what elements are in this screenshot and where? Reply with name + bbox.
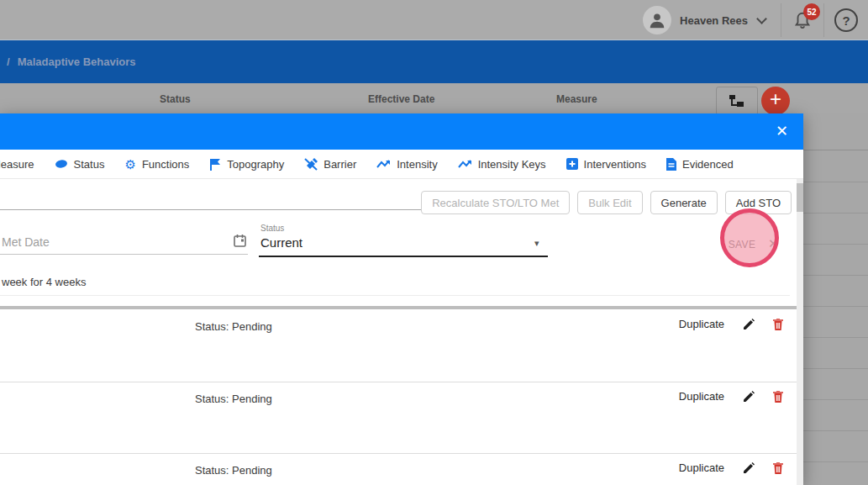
dialog-header: ✕ xyxy=(0,113,803,150)
tab-barrier[interactable]: Barrier xyxy=(304,158,356,171)
flag-icon xyxy=(209,158,221,171)
chevron-down-icon[interactable] xyxy=(756,13,767,24)
column-status: Status xyxy=(160,93,191,105)
add-box-icon xyxy=(566,158,578,170)
status-oval-icon xyxy=(55,159,68,169)
sto-status-text: Status: Pending xyxy=(195,393,272,405)
column-measure: Measure xyxy=(556,93,597,105)
tab-status[interactable]: Status xyxy=(55,158,105,171)
tab-label: Measure xyxy=(0,158,34,171)
tab-interventions[interactable]: Interventions xyxy=(566,158,646,171)
add-record-button[interactable]: + xyxy=(761,87,790,115)
breadcrumb-slash: / xyxy=(7,55,10,68)
plus-icon: + xyxy=(770,87,781,110)
gear-icon: ⚙ xyxy=(124,158,135,171)
duplicate-button[interactable]: Duplicate xyxy=(679,318,724,330)
help-button[interactable]: ? xyxy=(834,8,858,32)
question-icon: ? xyxy=(842,13,850,28)
tab-label: Intensity xyxy=(397,158,437,171)
divider xyxy=(823,3,824,37)
recalculate-button[interactable]: Recalculate STO/LTO Met xyxy=(421,191,570,214)
sto-row: Status: Pending Duplicate xyxy=(0,382,797,454)
scrollbar[interactable] xyxy=(797,179,803,485)
hierarchy-view-button[interactable] xyxy=(716,87,758,115)
generate-button[interactable]: Generate xyxy=(650,191,718,214)
dimmed-table-rows xyxy=(803,113,868,485)
status-select-underline xyxy=(259,256,548,257)
tab-label: Topography xyxy=(227,158,284,171)
person-icon xyxy=(648,11,666,29)
scrollbar-thumb[interactable] xyxy=(797,183,803,212)
delete-icon[interactable] xyxy=(773,319,783,330)
delete-icon[interactable] xyxy=(773,462,783,474)
edit-dialog: ✕ Measure Status ⚙ Functions Topography xyxy=(0,113,803,485)
tab-evidenced[interactable]: Evidenced xyxy=(666,158,734,171)
duplicate-button[interactable]: Duplicate xyxy=(679,390,724,403)
met-date-field[interactable]: Met Date xyxy=(2,235,50,249)
duplicate-button[interactable]: Duplicate xyxy=(679,461,724,474)
divider xyxy=(0,295,790,296)
tab-label: Status xyxy=(74,158,105,171)
caret-down-icon[interactable]: ▾ xyxy=(534,238,539,249)
add-sto-button[interactable]: Add STO xyxy=(725,191,792,214)
document-icon xyxy=(666,158,676,171)
tab-intensity-keys[interactable]: Intensity Keys xyxy=(458,158,546,171)
save-button[interactable]: SAVE xyxy=(719,232,765,256)
notifications-button[interactable]: 52 xyxy=(781,0,823,40)
tab-intensity[interactable]: Intensity xyxy=(376,158,437,171)
sto-row: Status: Pending Duplicate xyxy=(0,454,797,485)
edit-icon[interactable] xyxy=(743,319,755,330)
breadcrumb-current[interactable]: Maladaptive Behaviors xyxy=(18,55,136,68)
delete-icon[interactable] xyxy=(773,391,783,403)
close-icon[interactable]: ✕ xyxy=(776,122,788,140)
tab-measure[interactable]: Measure xyxy=(0,158,34,171)
tab-label: Interventions xyxy=(584,158,646,171)
tab-label: Intensity Keys xyxy=(478,158,546,171)
section-separator xyxy=(0,306,803,309)
status-select[interactable]: Current xyxy=(260,235,302,250)
bulk-edit-button[interactable]: Bulk Edit xyxy=(577,191,642,214)
trending-icon xyxy=(376,159,391,169)
sto-status-text: Status: Pending xyxy=(195,464,272,477)
user-avatar[interactable] xyxy=(643,6,671,34)
column-effective-date: Effective Date xyxy=(368,93,434,105)
dialog-tabs: Measure Status ⚙ Functions Topography xyxy=(0,150,803,179)
edit-icon[interactable] xyxy=(743,462,755,474)
edit-icon[interactable] xyxy=(743,391,755,403)
top-app-bar: Heaven Rees 52 ? xyxy=(0,0,868,40)
tab-label: Evidenced xyxy=(682,158,734,171)
breadcrumb: / Maladaptive Behaviors xyxy=(7,55,136,68)
cancel-icon[interactable]: ✕ xyxy=(768,236,779,251)
status-field-label: Status xyxy=(260,224,284,233)
met-date-underline xyxy=(0,254,248,255)
sto-status-text: Status: Pending xyxy=(195,320,272,333)
trending-icon xyxy=(458,159,472,169)
tab-functions[interactable]: ⚙ Functions xyxy=(124,158,189,171)
tab-topography[interactable]: Topography xyxy=(209,158,284,171)
user-name[interactable]: Heaven Rees xyxy=(680,14,748,27)
hierarchy-icon xyxy=(729,93,745,108)
sto-row: Status: Pending Duplicate xyxy=(0,310,797,382)
goal-criteria-text: week for 4 weeks xyxy=(2,276,86,288)
notification-badge: 52 xyxy=(803,3,820,20)
tab-label: Functions xyxy=(142,158,189,171)
calendar-icon[interactable] xyxy=(234,235,246,247)
page-header: / Maladaptive Behaviors Switch to the ol… xyxy=(0,40,868,83)
dialog-toolbar: Recalculate STO/LTO Met Bulk Edit Genera… xyxy=(421,191,792,214)
tab-label: Barrier xyxy=(324,158,356,171)
search-field-underline[interactable] xyxy=(0,209,423,210)
pen-slash-icon xyxy=(304,158,318,171)
